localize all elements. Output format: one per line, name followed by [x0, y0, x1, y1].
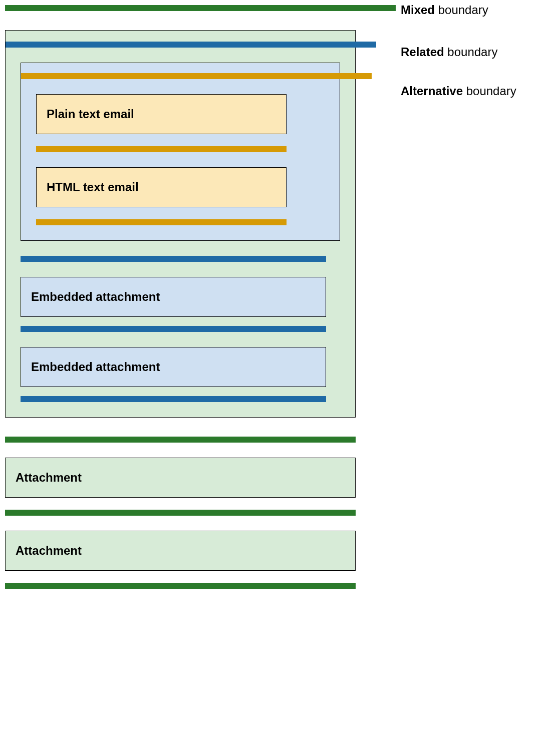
embedded-attachment-2: Embedded attachment [21, 347, 326, 387]
legend-alternative: Alternative boundary [401, 84, 516, 98]
related-boundary-bar-3 [21, 326, 326, 332]
alternative-boundary-bar-2 [36, 146, 287, 152]
legend-alternative-bold: Alternative [401, 84, 463, 98]
related-boundary-bar-2 [21, 256, 326, 262]
alternative-boundary-bar-3 [36, 219, 287, 225]
alternative-container: Plain text email HTML text email [21, 63, 340, 241]
related-boundary-bar [6, 42, 376, 48]
related-boundary-bar-4 [21, 396, 326, 402]
attachment-1: Attachment [5, 458, 356, 498]
diagram-column: Plain text email HTML text email Embedde… [5, 5, 356, 589]
attachment-2: Attachment [5, 531, 356, 571]
mixed-boundary-bar-2 [5, 437, 356, 443]
html-text-label: HTML text email [47, 180, 139, 194]
plain-text-label: Plain text email [47, 107, 134, 121]
legend-related: Related boundary [401, 45, 497, 59]
mixed-boundary-bar-3 [5, 510, 356, 516]
legend-related-bold: Related [401, 45, 444, 59]
legend-mixed-rest: boundary [435, 3, 488, 17]
related-container: Plain text email HTML text email Embedde… [5, 30, 356, 418]
legend-alternative-rest: boundary [463, 84, 516, 98]
plain-text-box: Plain text email [36, 94, 287, 134]
embedded-attachment-1: Embedded attachment [21, 277, 326, 317]
mixed-boundary-bar-4 [5, 583, 356, 589]
embedded-attachment-1-label: Embedded attachment [31, 290, 160, 303]
attachment-1-label: Attachment [16, 471, 82, 484]
html-text-box: HTML text email [36, 167, 287, 207]
attachment-2-label: Attachment [16, 544, 82, 557]
embedded-attachment-2-label: Embedded attachment [31, 360, 160, 373]
legend-related-rest: boundary [444, 45, 498, 59]
diagram-canvas: Mixed boundary Related boundary Alternat… [5, 5, 548, 589]
mixed-boundary-bar [5, 5, 396, 11]
alternative-boundary-bar [21, 73, 372, 79]
legend-mixed: Mixed boundary [401, 3, 488, 17]
legend-mixed-bold: Mixed [401, 3, 435, 17]
